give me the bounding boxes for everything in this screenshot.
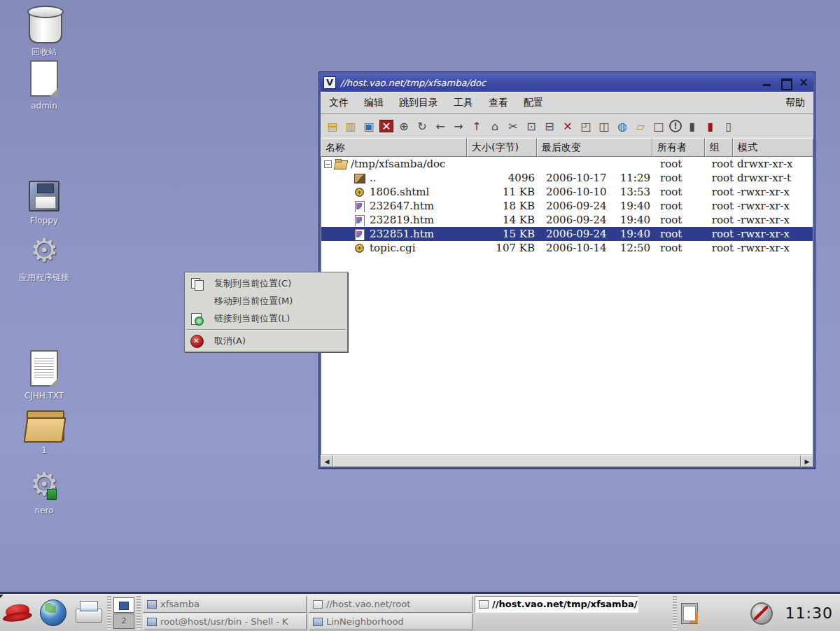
window-menu-icon[interactable]: V [323,76,336,89]
menu-view[interactable]: 查看 [489,97,508,109]
file-size: 11 KB [468,186,538,198]
duplicate-window-icon[interactable]: ▥ [343,118,358,134]
task-button-linneighborhood[interactable]: LinNeighborhood [309,613,472,630]
column-header-mode[interactable]: 模式 [733,138,813,157]
reload-icon[interactable]: ↻ [414,118,430,134]
table-row[interactable]: .. 4096 2006-10-1711:29 root root drwxr-… [321,171,813,185]
file-owner: root [653,186,706,198]
column-header-size[interactable]: 大小(字节) [467,138,537,157]
window-title: //host.vao.net/tmp/xfsamba/doc [340,78,762,88]
column-header-group[interactable]: 组 [705,138,733,157]
browser-icon[interactable] [38,597,69,628]
menu-item-move-here[interactable]: 移动到当前位置(M) [185,292,347,310]
forward-icon[interactable]: → [451,118,466,134]
file-mode: -rwxr-xr-x [734,214,812,226]
column-header-modified[interactable]: 最后改变 [537,138,652,157]
file-group: root [706,186,734,198]
panel-handle[interactable] [107,596,111,630]
file-manager-window: V //host.vao.net/tmp/xfsamba/doc × 文件 编辑… [319,72,815,469]
context-menu: 复制到当前位置(C) 移动到当前位置(M) 链接到当前位置(L) 取消(A) [184,272,348,352]
desktop-icon-nero[interactable]: ⚙ nero [6,468,83,515]
delete-icon[interactable]: ✕ [560,118,575,134]
file-date: 2006-09-24 [546,228,606,240]
split-view-icon[interactable]: ◫ [596,118,612,134]
minimize-button[interactable] [762,78,773,88]
panel-handle[interactable] [673,596,677,630]
table-row[interactable]: − /tmp/xfsamba/doc root root drwxr-xr-x [321,157,813,171]
scrollbar-thumb[interactable] [333,455,801,467]
menu-item-label: 复制到当前位置(C) [214,277,291,290]
maximize-button[interactable] [780,78,791,88]
menu-tools[interactable]: 工具 [454,97,473,109]
workspace-1[interactable] [113,597,134,613]
task-button-xfsamba-doc[interactable]: //host.vao.net/tmp/xfsamba/doc [475,596,638,613]
desktop-icon-floppy[interactable]: Floppy [6,181,83,226]
horizontal-scrollbar[interactable]: ◀ ▶ [321,455,813,467]
workspace-2[interactable]: 2 [113,613,134,629]
copy-icon[interactable]: ⊡ [524,118,539,134]
table-row[interactable]: 232647.htm 18 KB 2006-09-2419:40 root ro… [321,199,813,213]
print-preview-icon[interactable]: ◰ [578,118,594,134]
link-icon [190,312,204,325]
file-group: root [706,200,734,212]
menu-item-label: 取消(A) [214,335,246,347]
table-row[interactable]: 1806.shtml 11 KB 2006-10-1013:53 root ro… [321,185,813,199]
menu-config[interactable]: 配置 [524,97,543,109]
close-view-icon[interactable]: ✕ [379,120,393,132]
table-row[interactable]: topic.cgi 107 KB 2006-10-1412:50 root ro… [321,241,813,255]
desktop-icon-admin[interactable]: admin [6,60,83,111]
redhat-menu-icon[interactable] [3,597,34,628]
task-button-host-root[interactable]: //host.vao.net/root [309,596,472,613]
file-name: 232851.htm [370,228,434,240]
clock[interactable]: 11:30 [784,604,837,622]
printer-icon[interactable] [73,597,104,628]
titlebar[interactable]: V //host.vao.net/tmp/xfsamba/doc × [321,74,813,92]
menu-goto-directory[interactable]: 跳到目录 [399,97,438,109]
back-icon[interactable]: ← [433,118,448,134]
terminal-icon[interactable]: ▣ [361,118,377,134]
file-date: 2006-09-24 [546,214,606,226]
new-folder-icon[interactable]: ▱ [633,118,648,134]
panel-handle[interactable] [136,596,141,630]
compass-icon[interactable] [749,597,773,628]
cut-icon[interactable]: ✂ [505,118,521,134]
task-button-shell[interactable]: root@host/usr/bin - Shell - K [143,613,307,630]
paste-icon[interactable]: ⊟ [542,118,557,134]
column-header-owner[interactable]: 所有者 [652,138,705,157]
table-row-selected[interactable]: 232851.htm 15 KB 2006-09-2419:40 root ro… [321,227,813,241]
menu-item-cancel[interactable]: 取消(A) [185,332,347,349]
menu-file[interactable]: 文件 [329,97,349,109]
properties-icon[interactable]: ! [669,120,682,132]
desktop-icon-label: 1 [6,445,83,455]
scroll-left-icon[interactable]: ◀ [321,455,333,467]
menu-item-copy-here[interactable]: 复制到当前位置(C) [185,275,347,292]
menu-edit[interactable]: 编辑 [364,97,384,109]
desktop-icon-cjhh-txt[interactable]: CJHH.TXT [6,350,83,401]
close-button[interactable]: × [798,78,809,88]
new-window-icon[interactable]: ▤ [325,118,340,134]
desktop-icon-recycle-bin[interactable]: 回收站 [6,6,83,58]
network-icon[interactable]: ◍ [615,118,630,134]
task-button-xfsamba[interactable]: xfsamba [143,596,307,613]
unmount-icon[interactable]: ▮ [703,118,718,134]
clipboard-icon[interactable] [678,597,701,628]
up-icon[interactable]: ↑ [469,118,484,134]
file-time: 11:29 [620,172,650,184]
new-file-icon[interactable]: □ [651,118,666,134]
table-row[interactable]: 232819.htm 14 KB 2006-09-2419:40 root ro… [321,213,813,227]
exit-icon[interactable]: ▯ [721,118,736,134]
menu-item-link-here[interactable]: 链接到当前位置(L) [185,310,347,327]
file-group: root [706,158,734,170]
toolbar: ▤ ▥ ▣ ✕ ⊕ ↻ ← → ↑ ⌂ ✂ ⊡ ⊟ ✕ ◰ ◫ ◍ ▱ □ ! … [321,114,813,138]
desktop-icon-folder-1[interactable]: 1 [6,410,83,455]
desktop-icon-app-link[interactable]: ⚙ 应用程序链接 [6,234,83,284]
menu-item-label: 移动到当前位置(M) [214,295,293,307]
menu-help[interactable]: 帮助 [785,97,805,109]
scroll-right-icon[interactable]: ▶ [801,455,813,467]
column-header-name[interactable]: 名称 [321,138,467,157]
tree-expander-icon[interactable]: − [324,160,332,168]
find-icon[interactable]: ⊕ [396,118,412,134]
mount-icon[interactable]: ▮ [685,118,700,134]
launcher-area [0,595,106,631]
home-icon[interactable]: ⌂ [487,118,503,134]
